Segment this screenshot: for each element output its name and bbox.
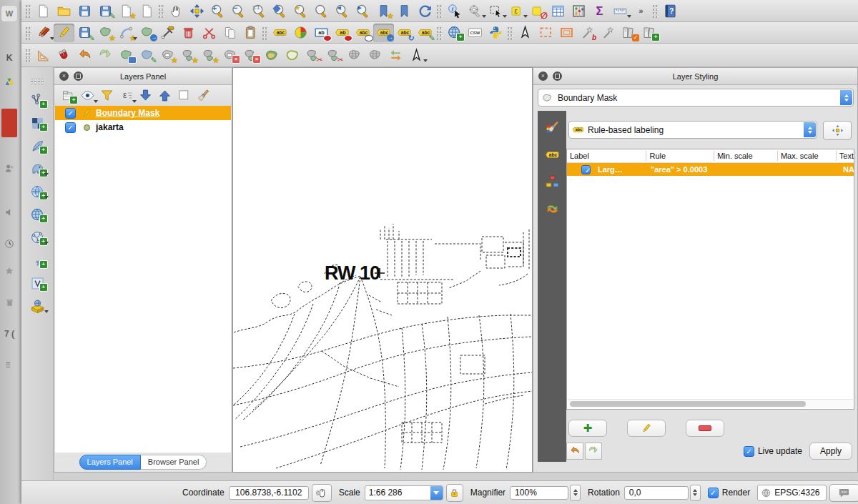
close-panel-button[interactable]: × [59,71,69,81]
add-postgis-layer-button[interactable]: + [27,159,48,178]
add-part-button[interactable]: ★ [178,46,199,64]
add-wcs-layer-button[interactable]: + [27,205,48,224]
rule-row[interactable]: ✓ Larg… "area" > 0.0003 NAM [567,163,854,176]
layer-labeling-button[interactable] [270,24,290,42]
refresh-map-button[interactable] [415,1,435,20]
toolbar-grip[interactable] [437,26,443,40]
current-edits-button[interactable] [33,24,54,42]
csw-catalog-button[interactable] [465,24,485,42]
undo-style-button[interactable] [566,443,583,460]
toolbar-grip[interactable] [262,26,268,40]
select-area-tool-button[interactable] [536,24,556,42]
scrollbar-thumb[interactable] [570,401,806,407]
add-raster-layer-button[interactable]: + [27,114,48,132]
remove-layer-button[interactable] [174,87,194,105]
style-manager-tab[interactable] [541,171,563,192]
magnifier-input[interactable]: 100% [510,486,568,500]
add-feature-button[interactable]: ★ [95,24,116,42]
labels-tab[interactable] [538,144,566,165]
rotate-label-button[interactable]: ↻ [394,24,415,42]
coordinate-tracking-button[interactable] [312,484,332,502]
rules-horizontal-scrollbar[interactable] [568,399,853,408]
new-print-composer-button[interactable]: ★ [116,1,137,20]
history-tab[interactable] [541,198,563,219]
zoom-to-layer-button[interactable] [311,1,332,20]
symbology-tab[interactable] [541,117,563,138]
style-books-add-button[interactable]: + [639,24,660,42]
arrow-tool-button[interactable] [515,24,536,42]
messages-button[interactable] [829,484,858,502]
zoom-last-button[interactable]: ◂ [332,1,352,20]
undo-button[interactable] [74,46,95,64]
add-vector-layer-button[interactable]: + [27,91,48,109]
rotation-spinner[interactable] [690,485,701,501]
add-circular-string-button[interactable]: ★ [116,24,137,42]
cut-features-button[interactable] [199,24,220,42]
pin-unpin-labels-button[interactable] [311,24,332,42]
float-panel-button[interactable] [553,71,562,81]
redo-style-button[interactable] [585,443,602,460]
node-tool-button[interactable] [157,24,178,42]
zoom-native-button[interactable]: 1:1 [249,1,270,20]
show-statistics-button[interactable] [589,1,610,20]
filter-legend-button[interactable] [97,87,117,105]
offset-curve-button[interactable] [261,46,282,64]
layer-item-jakarta[interactable]: ✓ jakarta [55,120,231,134]
layer-diagram-button[interactable] [290,24,311,42]
open-attribute-table-button[interactable] [548,1,568,20]
rotate-point-symbols-button[interactable] [385,46,406,64]
simplify-feature-button[interactable]: ✎ [137,46,157,64]
add-delimited-text-layer-button[interactable]: + [27,137,48,155]
tab-layers-panel[interactable]: Layers Panel [79,455,141,470]
scale-lock-button[interactable] [446,484,463,502]
save-layer-edits-button[interactable]: ✎ [74,24,95,42]
layer-selector-stepper[interactable] [840,90,852,105]
open-layer-styling-dock-button[interactable] [194,87,213,105]
add-virtual-layer-button[interactable]: + [27,274,48,292]
delete-ring-button[interactable]: × [220,46,240,64]
help-contents-button[interactable] [660,1,681,20]
python-console-button[interactable] [485,24,506,42]
toolbar-grip[interactable] [26,4,31,18]
layer-item-boundary-mask[interactable]: ✓ Boundary Mask [55,106,231,120]
layer-name[interactable]: jakarta [96,122,124,132]
change-label-button[interactable]: ✎ [415,24,435,42]
new-project-button[interactable] [33,1,54,20]
pan-to-selection-button[interactable] [187,1,207,20]
live-update-checkbox[interactable]: ✓ [744,446,754,457]
zoom-to-selection-button[interactable]: ★ [290,1,311,20]
layer-selector-combo[interactable]: Boundary Mask [538,89,854,107]
add-rule-button[interactable]: ✚ [568,420,607,437]
toolbar-grip[interactable] [159,4,164,18]
apply-button[interactable]: Apply [809,443,852,460]
edit-rule-button[interactable] [627,420,666,437]
offset-point-symbols-button[interactable] [406,46,427,64]
magnifier-spinner[interactable] [570,485,581,501]
field-calculator-button[interactable] [568,1,589,20]
add-group-button[interactable]: + [59,87,78,105]
redo-button[interactable] [95,46,116,64]
delete-selected-button[interactable] [178,24,199,42]
collapse-all-button[interactable] [155,87,174,105]
metasearch-button[interactable]: + [444,24,465,42]
toolbar-grip[interactable] [508,26,513,40]
new-bookmark-button[interactable]: ★ [373,1,394,20]
toolbar-overflow-button[interactable] [631,1,651,20]
open-project-button[interactable] [54,1,74,20]
toolbar-grip[interactable] [26,26,31,40]
close-panel-button[interactable]: × [538,71,548,81]
show-hide-labels-button[interactable] [352,24,373,42]
labeling-mode-combo[interactable]: Rule-based labeling [568,121,817,139]
add-wms-layer-button[interactable]: + [27,182,48,201]
rule-checkbox[interactable]: ✓ [581,165,591,174]
move-feature-button[interactable]: → [137,24,157,42]
merge-features-button[interactable] [344,46,365,64]
col-rule[interactable]: Rule [646,151,714,161]
filter-by-expression-button[interactable] [117,87,136,105]
render-checkbox[interactable]: ✓ [708,488,719,498]
select-features-button[interactable] [485,1,506,20]
layer-visibility-checkbox[interactable]: ✓ [65,108,76,119]
remove-rule-button[interactable] [686,420,724,437]
expand-all-button[interactable] [136,87,155,105]
zoom-full-button[interactable] [270,1,290,20]
